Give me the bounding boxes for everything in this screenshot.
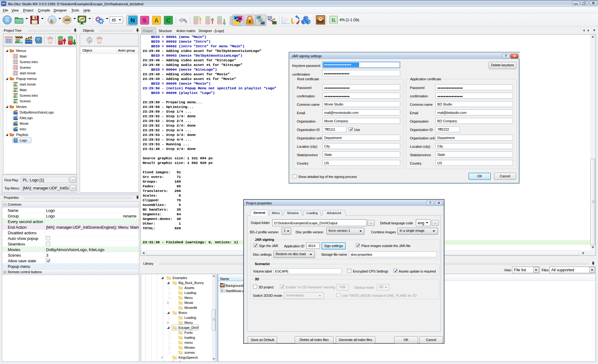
- svg-text:C: C: [166, 17, 170, 24]
- svg-text:A: A: [154, 17, 159, 24]
- svg-text:N: N: [131, 17, 135, 24]
- svg-text:JAR: JAR: [64, 18, 70, 22]
- svg-text:S: S: [143, 17, 146, 24]
